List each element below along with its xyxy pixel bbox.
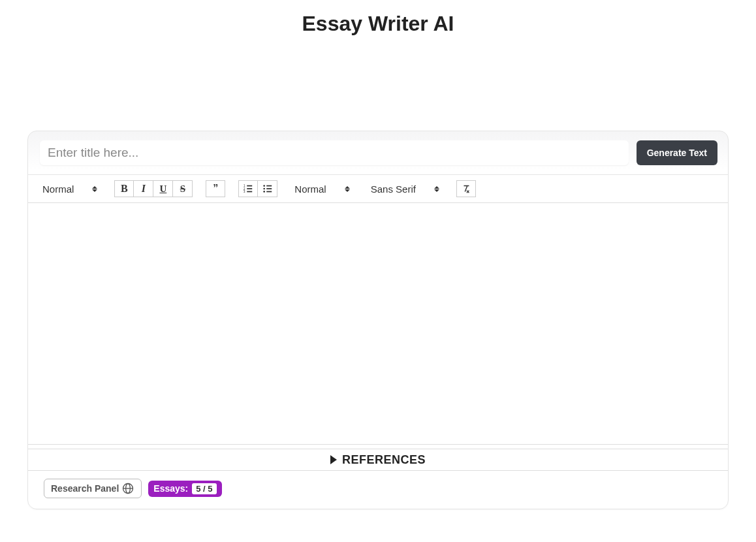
title-input[interactable] [40,140,629,165]
unordered-list-button[interactable] [258,180,277,197]
research-panel-button[interactable]: Research Panel [44,479,142,498]
italic-button[interactable]: I [134,180,153,197]
page-title: Essay Writer AI [0,12,756,36]
editor-toolbar: Normal B I U S ” [28,174,728,203]
chevron-updown-icon [434,186,439,192]
editor-card: Generate Text Normal B I U S ” [27,131,729,509]
underline-button[interactable]: U [153,180,173,197]
chevron-updown-icon [345,186,350,192]
heading-picker-label: Normal [42,183,74,195]
quote-group: ” [206,180,225,197]
svg-point-7 [263,188,265,190]
ordered-list-icon: 1 2 3 [243,183,253,194]
bottom-bar: Research Panel Essays: 5 / 5 [28,479,728,498]
research-panel-label: Research Panel [51,483,119,494]
underline-icon: U [159,183,166,195]
clear-formatting-button[interactable] [456,180,476,197]
generate-text-button[interactable]: Generate Text [637,140,717,165]
clear-format-icon [461,183,471,194]
clear-group [456,180,476,197]
title-row: Generate Text [28,131,728,174]
bold-icon: B [121,183,128,195]
size-picker[interactable]: Normal [291,181,353,197]
essays-badge[interactable]: Essays: 5 / 5 [148,481,221,497]
blockquote-button[interactable]: ” [206,180,225,197]
strikethrough-button[interactable]: S [173,180,193,197]
editor-content-area[interactable] [28,203,728,445]
chevron-updown-icon [92,186,97,192]
text-style-group: B I U S [114,180,193,197]
heading-picker[interactable]: Normal [39,181,101,197]
ordered-list-button[interactable]: 1 2 3 [238,180,258,197]
svg-point-8 [263,191,265,193]
references-label: REFERENCES [342,453,426,467]
svg-text:3: 3 [244,190,245,193]
triangle-right-icon [330,455,337,464]
font-picker-label: Sans Serif [371,183,416,195]
size-picker-label: Normal [294,183,326,195]
unordered-list-icon [262,183,273,194]
font-picker[interactable]: Sans Serif [367,181,443,197]
bold-button[interactable]: B [114,180,134,197]
quote-icon: ” [213,183,218,195]
strikethrough-icon: S [180,183,185,195]
references-toggle[interactable]: REFERENCES [28,449,728,471]
svg-point-6 [263,185,265,187]
globe-icon [121,482,134,495]
italic-icon: I [142,183,146,195]
essays-label: Essays: [153,483,188,494]
essays-count: 5 / 5 [192,483,216,494]
list-group: 1 2 3 [238,180,277,197]
